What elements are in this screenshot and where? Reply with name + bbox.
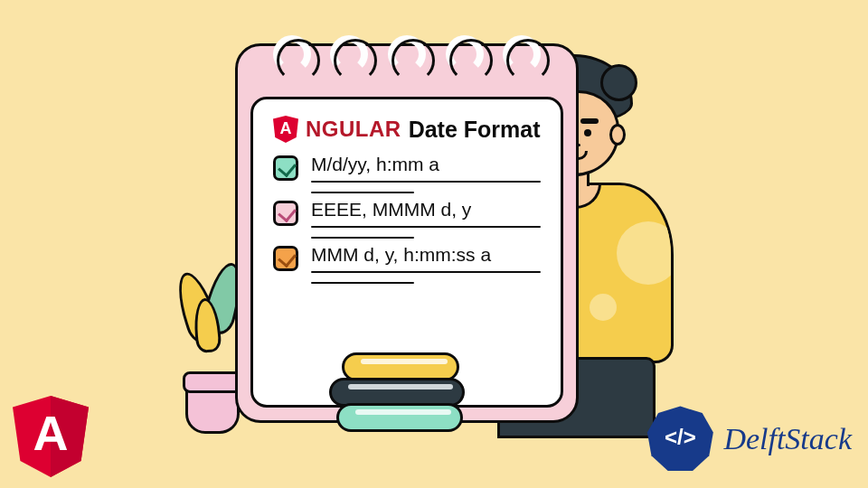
delftstack-badge-icon: </>: [646, 405, 714, 474]
format-string: EEEE, MMMM d, y: [311, 199, 541, 221]
plant-pot: [185, 380, 240, 434]
notepad: A NGULAR Date Format M/d/yy, h:mm a EEEE…: [235, 43, 579, 423]
notepad-paper: A NGULAR Date Format M/d/yy, h:mm a EEEE…: [250, 97, 563, 408]
notepad-rings: [238, 35, 576, 73]
format-string: MMM d, y, h:mm:ss a: [311, 244, 541, 266]
list-item: MMM d, y, h:mm:ss a: [273, 244, 541, 284]
list-item: EEEE, MMMM d, y: [273, 199, 541, 239]
checkbox-icon: [273, 201, 298, 226]
page-title: A NGULAR Date Format: [273, 116, 541, 143]
checkbox-icon: [273, 246, 298, 271]
angular-icon: A: [273, 116, 298, 143]
title-text: Date Format: [409, 117, 541, 143]
angular-logo: A: [13, 396, 89, 477]
checkbox-icon: [273, 155, 298, 181]
list-item: M/d/yy, h:mm a: [273, 154, 541, 193]
format-string: M/d/yy, h:mm a: [311, 154, 541, 175]
delftstack-brand: </> DelftStack: [646, 405, 852, 474]
delftstack-wordmark: DelftStack: [723, 422, 852, 456]
angular-wordmark: NGULAR: [306, 117, 401, 142]
books-illustration: [324, 356, 468, 432]
